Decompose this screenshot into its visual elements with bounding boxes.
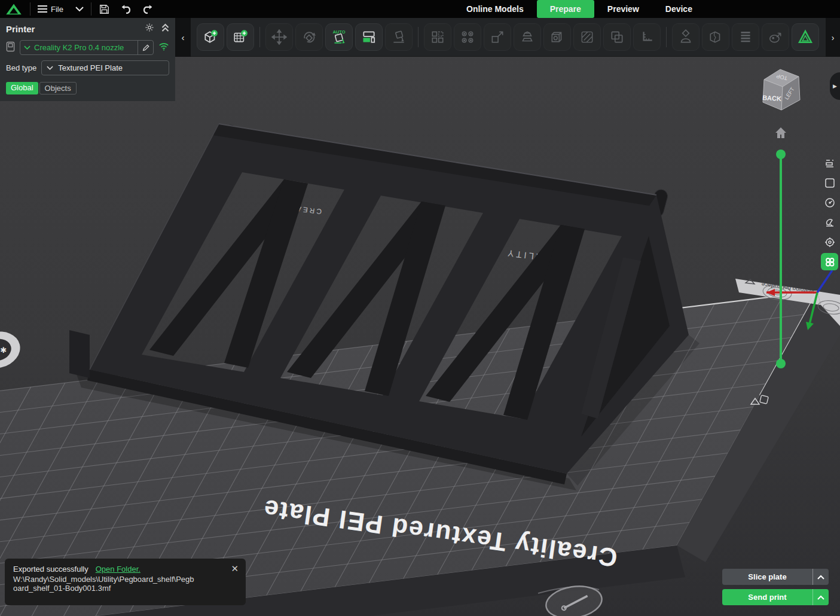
gauge-icon[interactable]	[821, 194, 838, 211]
view-cube[interactable]: BACK LEFT TOP	[755, 66, 805, 120]
printer-icon	[6, 41, 15, 54]
svg-text:AUTO: AUTO	[332, 29, 345, 35]
tab-global[interactable]: Global	[6, 82, 38, 94]
lay-on-face-button[interactable]	[385, 23, 413, 51]
bed-type-value: Textured PEI Plate	[58, 63, 123, 72]
printer-select[interactable]: Creality K2 Pro 0.4 nozzle	[20, 40, 154, 55]
measure-button[interactable]	[633, 23, 661, 51]
send-print-label: Send print	[722, 593, 812, 602]
open-folder-link[interactable]: Open Folder.	[96, 565, 140, 574]
file-menu-label: File	[51, 5, 63, 14]
send-print-button[interactable]: Send print	[722, 589, 829, 605]
svg-text:✱: ✱	[1, 346, 7, 355]
view-cube-front-label: BACK	[762, 94, 782, 102]
boolean-button[interactable]	[603, 23, 631, 51]
move-button[interactable]	[265, 23, 293, 51]
add-plate-button[interactable]	[227, 23, 254, 51]
lamp-icon[interactable]	[821, 214, 838, 231]
chevron-down-icon	[75, 7, 84, 11]
add-model-button[interactable]	[197, 23, 224, 51]
wifi-icon[interactable]	[158, 42, 169, 53]
redo-button[interactable]	[140, 1, 155, 17]
split-to-objects-button[interactable]	[424, 23, 451, 51]
z-slider[interactable]	[772, 149, 789, 371]
primitive-button[interactable]	[543, 23, 571, 51]
tab-device[interactable]: Device	[652, 0, 705, 18]
divider	[30, 2, 30, 16]
tab-prepare[interactable]: Prepare	[537, 0, 594, 18]
main-tabs: Online Models Prepare Preview Device	[453, 0, 705, 18]
printer-settings-gear-icon[interactable]	[145, 23, 154, 35]
panel-collapse-icon[interactable]	[161, 23, 169, 34]
plate-frame-icon[interactable]	[821, 174, 838, 191]
save-button[interactable]	[97, 1, 112, 17]
fuzzy-skin-button[interactable]	[573, 23, 601, 51]
tab-online-models[interactable]: Online Models	[453, 0, 537, 18]
tab-objects[interactable]: Objects	[39, 82, 77, 94]
close-icon[interactable]: ✕	[231, 563, 239, 574]
printer-name: Creality K2 Pro 0.4 nozzle	[34, 43, 135, 52]
letters-button[interactable]	[732, 23, 759, 51]
slice-plate-button[interactable]: Slice plate	[722, 569, 829, 585]
export-path-line2: oard_shelf_01-Body001.3mf	[13, 584, 237, 593]
divider	[418, 27, 419, 47]
split-to-parts-button[interactable]	[454, 23, 481, 51]
creality-logo-icon[interactable]	[0, 0, 28, 18]
action-buttons: Slice plate Send print	[722, 569, 829, 609]
divider	[666, 27, 667, 47]
notification-title: Exported successfully	[13, 565, 88, 574]
tab-preview[interactable]: Preview	[594, 0, 652, 18]
file-menu[interactable]: File	[33, 5, 88, 14]
color-painting-button[interactable]	[762, 23, 789, 51]
right-rail	[821, 154, 839, 270]
toolbar: ‹ AUTO	[175, 18, 840, 57]
home-view-button[interactable]	[772, 124, 789, 141]
send-dropdown-chevron-icon[interactable]	[812, 589, 829, 605]
chevron-down-icon	[24, 45, 30, 50]
divider	[259, 27, 260, 47]
printer-panel-title: Printer	[6, 24, 35, 34]
slice-dropdown-chevron-icon[interactable]	[812, 569, 829, 585]
cut-button[interactable]	[702, 23, 729, 51]
undo-button[interactable]	[118, 1, 134, 17]
z-slider-handle-bottom[interactable]	[776, 359, 786, 368]
printer-panel: Printer Creality K2 Pro 0.4 nozzle	[0, 18, 175, 101]
toolbar-expand-button[interactable]: ›	[826, 18, 840, 57]
export-path-line1: W:\Randy\Solid_models\Utility\Pegboard_s…	[13, 575, 237, 584]
z-slider-track[interactable]	[780, 154, 782, 364]
toolbar-collapse-button[interactable]: ‹	[175, 18, 191, 57]
seam-painting-button[interactable]	[672, 23, 700, 51]
creality-assistant-button[interactable]	[792, 23, 819, 51]
hamburger-icon	[38, 5, 47, 13]
scope-tabs: Global Objects	[6, 82, 169, 94]
chevron-down-icon	[47, 66, 53, 70]
bed-type-select[interactable]: Textured PEI Plate	[41, 60, 169, 75]
rotate-button[interactable]	[295, 23, 323, 51]
bed-type-label: Bed type	[6, 63, 36, 72]
top-bar: File Online Models Prepare Preview Devic…	[0, 0, 840, 18]
clover-plugin-icon[interactable]	[821, 253, 838, 270]
gear-target-icon[interactable]	[821, 233, 838, 251]
support-button[interactable]	[514, 23, 541, 51]
slice-plate-label: Slice plate	[722, 572, 812, 581]
arrange-button[interactable]	[355, 23, 383, 51]
z-slider-handle-top[interactable]	[776, 150, 786, 159]
scale-button[interactable]	[484, 23, 511, 51]
auto-orient-button[interactable]: AUTO	[325, 23, 353, 51]
divider	[91, 2, 91, 16]
edit-printer-pencil-icon[interactable]	[138, 41, 149, 54]
export-notification: Exported successfully Open Folder. W:\Ra…	[5, 559, 246, 605]
object-sort-icon[interactable]	[821, 154, 838, 172]
right-panel-expand-button[interactable]: ▶	[830, 72, 840, 100]
